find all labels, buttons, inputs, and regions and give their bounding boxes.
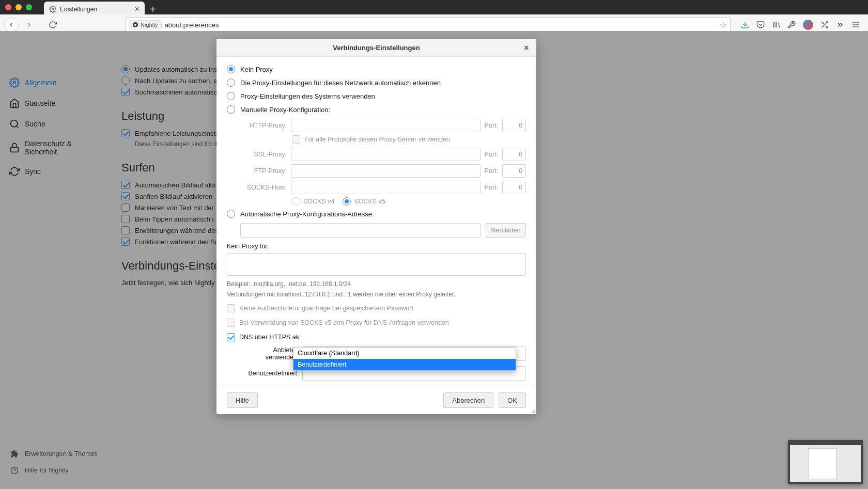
resize-handle[interactable] <box>529 407 535 413</box>
no-proxy-label: Kein Proxy <box>240 66 273 73</box>
ftp-proxy-input[interactable] <box>291 164 481 178</box>
dns-https-checkbox[interactable] <box>227 333 235 341</box>
autodetect-label: Die Proxy-Einstellungen für dieses Netzw… <box>240 79 441 87</box>
profile-avatar[interactable] <box>803 20 813 30</box>
downloads-icon[interactable] <box>741 21 749 29</box>
radio-manual[interactable] <box>227 105 235 114</box>
identity-box[interactable]: Nightly <box>129 20 162 29</box>
library-icon[interactable] <box>772 21 780 29</box>
svg-line-7 <box>779 23 780 27</box>
no-auth-label: Keine Authentifizierungsanfrage bei gesp… <box>239 305 413 312</box>
no-auth-checkbox[interactable] <box>227 304 235 312</box>
use-for-all-label: Für alle Protokolle diesen Proxy-Server … <box>304 136 450 143</box>
socks4-label: SOCKS v4 <box>303 198 334 205</box>
no-proxy-textarea[interactable] <box>227 253 526 276</box>
radio-socks4[interactable] <box>292 197 300 206</box>
gear-icon <box>49 6 56 13</box>
example-hint: Beispiel: .mozilla.org, .net.de, 192.168… <box>227 280 526 288</box>
autoconfig-url-input[interactable] <box>240 223 481 238</box>
custom-label: Benutzerdefiniert <box>240 370 297 377</box>
bookmark-star-icon[interactable]: ☆ <box>720 20 727 30</box>
localhost-hint: Verbindungen mit localhost, 127.0.0.1 un… <box>227 291 526 298</box>
shuffle-icon[interactable] <box>820 21 829 29</box>
window-maximize[interactable] <box>26 4 32 10</box>
ssl-proxy-label: SSL-Proxy: <box>240 151 287 158</box>
radio-no-proxy[interactable] <box>227 65 235 73</box>
radio-system[interactable] <box>227 92 235 100</box>
port-label: Port: <box>485 184 498 191</box>
back-button[interactable] <box>4 18 19 32</box>
reload-button[interactable] <box>45 18 60 32</box>
overflow-icon[interactable] <box>836 21 844 29</box>
help-button[interactable]: Hilfe <box>227 392 258 408</box>
socks-port-input[interactable] <box>502 181 526 194</box>
ftp-proxy-label: FTP-Proxy: <box>240 167 287 175</box>
forward-button[interactable] <box>22 18 36 32</box>
menu-icon[interactable] <box>851 21 860 29</box>
radio-autodetect[interactable] <box>227 78 235 87</box>
manual-label: Manuelle Proxy-Konfiguration: <box>240 106 330 114</box>
window-preview-thumbnail[interactable] <box>788 440 863 484</box>
port-label: Port: <box>485 167 498 175</box>
radio-socks5[interactable] <box>343 197 351 206</box>
dialog-header: Verbindungs-Einstellungen × <box>216 39 536 57</box>
socks5-label: SOCKS v5 <box>354 198 385 205</box>
dialog-title: Verbindungs-Einstellungen <box>333 44 420 52</box>
dropdown-option-custom[interactable]: Benutzerdefiniert <box>293 359 516 370</box>
window-minimize[interactable] <box>16 4 22 10</box>
tab-title: Einstellungen <box>60 6 97 13</box>
url-bar[interactable]: Nightly about:preferences ☆ <box>125 17 731 33</box>
no-proxy-for-label: Kein Proxy für: <box>227 243 526 250</box>
dialog-close-icon[interactable]: × <box>522 43 531 53</box>
tab-close-icon[interactable]: × <box>135 5 140 13</box>
ok-button[interactable]: OK <box>499 392 526 408</box>
socks-host-label: SOCKS-Host: <box>240 184 287 191</box>
autourl-label: Automatische Proxy-Konfigurations-Adress… <box>240 210 374 218</box>
provider-label: Anbieter verwenden <box>240 346 297 361</box>
radio-autourl[interactable] <box>227 210 235 218</box>
ftp-port-input[interactable] <box>502 164 526 178</box>
url-text: about:preferences <box>165 21 219 29</box>
http-proxy-input[interactable] <box>291 119 481 132</box>
devtools-icon[interactable] <box>787 21 796 29</box>
port-label: Port: <box>485 122 498 129</box>
svg-line-10 <box>822 22 824 24</box>
port-label: Port: <box>485 151 498 158</box>
svg-point-2 <box>134 24 136 26</box>
identity-label: Nightly <box>141 22 158 28</box>
socks-host-input[interactable] <box>291 181 481 194</box>
socks5-dns-checkbox[interactable] <box>227 319 235 327</box>
use-for-all-checkbox[interactable] <box>292 135 300 144</box>
http-proxy-label: HTTP-Proxy: <box>240 122 287 129</box>
reload-button[interactable]: Neu laden <box>486 223 526 238</box>
window-close[interactable] <box>5 4 11 10</box>
svg-point-0 <box>52 8 54 10</box>
pocket-icon[interactable] <box>756 21 765 29</box>
cancel-button[interactable]: Abbrechen <box>443 392 493 408</box>
socks5-dns-label: Bei Verwendung von SOCKS v5 den Proxy fü… <box>239 319 449 326</box>
dropdown-option-cloudflare[interactable]: Cloudflare (Standard) <box>293 348 516 359</box>
provider-dropdown: Cloudflare (Standard) Benutzerdefiniert <box>293 347 516 371</box>
ssl-port-input[interactable] <box>502 148 526 161</box>
ssl-proxy-input[interactable] <box>291 148 481 161</box>
dns-https-label: DNS über HTTPS ak <box>239 334 299 341</box>
http-port-input[interactable] <box>502 119 526 132</box>
system-label: Proxy-Einstellungen des Systems verwende… <box>240 92 375 100</box>
